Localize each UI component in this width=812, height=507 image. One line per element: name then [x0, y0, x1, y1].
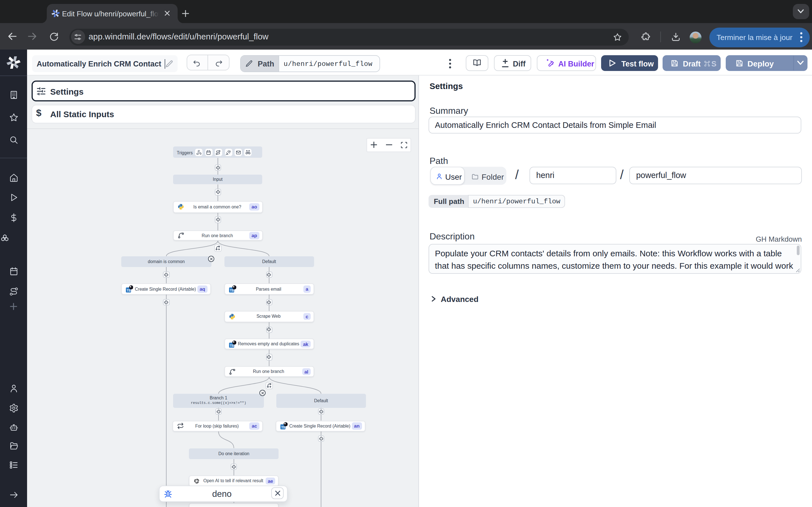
svg-text:TS: TS	[281, 426, 285, 429]
svg-text:TS: TS	[230, 289, 234, 292]
svg-text:TS: TS	[126, 289, 130, 292]
svg-text:TS: TS	[230, 344, 234, 347]
